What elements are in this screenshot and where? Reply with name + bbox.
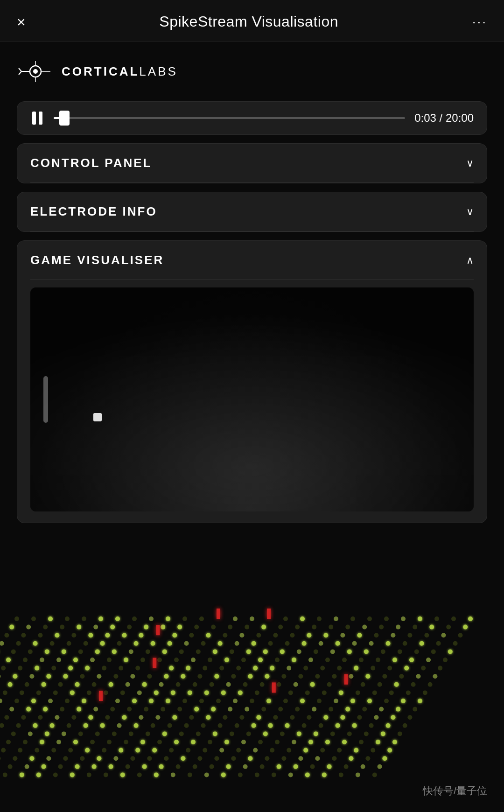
page-title: SpikeStream Visualisation xyxy=(159,13,338,30)
logo-area: CORTICALLABS xyxy=(17,59,487,84)
control-panel-title: CONTROL PANEL xyxy=(30,156,152,170)
time-display: 0:03 / 20:00 xyxy=(414,112,474,125)
game-visualiser-content xyxy=(30,287,474,511)
main-content: CORTICALLABS 0:03 / 20:00 CONTROL PANEL … xyxy=(0,42,504,523)
electrode-info-title: ELECTRODE INFO xyxy=(30,204,157,219)
electrode-info-panel: ELECTRODE INFO ∨ xyxy=(17,192,487,232)
cortical-labs-logo-icon xyxy=(17,59,54,84)
svg-line-3 xyxy=(19,68,21,71)
logo-text: CORTICALLABS xyxy=(62,64,178,79)
control-panel: CONTROL PANEL ∨ xyxy=(17,143,487,183)
pong-game-area xyxy=(30,287,474,511)
svg-line-4 xyxy=(19,71,21,75)
control-panel-chevron: ∨ xyxy=(466,157,474,169)
electrode-info-chevron: ∨ xyxy=(466,206,474,218)
game-visualiser-panel: GAME VISUALISER ∧ xyxy=(17,240,487,523)
game-visualiser-header[interactable]: GAME VISUALISER ∧ xyxy=(17,241,487,280)
app-header: × SpikeStream Visualisation ··· xyxy=(0,0,504,42)
svg-rect-8 xyxy=(30,287,474,511)
pong-bg-grid xyxy=(30,287,474,511)
pause-button[interactable] xyxy=(30,111,44,125)
control-panel-divider xyxy=(30,182,474,183)
game-visualiser-divider xyxy=(30,280,474,280)
control-panel-header[interactable]: CONTROL PANEL ∨ xyxy=(17,144,487,182)
electrode-info-header[interactable]: ELECTRODE INFO ∨ xyxy=(17,192,487,231)
electrode-info-divider xyxy=(30,231,474,231)
more-options-button[interactable]: ··· xyxy=(472,14,487,29)
progress-slider[interactable] xyxy=(54,111,405,125)
game-visualiser-title: GAME VISUALISER xyxy=(30,253,164,267)
playback-bar: 0:03 / 20:00 xyxy=(17,101,487,135)
game-visualiser-chevron: ∧ xyxy=(466,254,474,266)
svg-point-1 xyxy=(33,69,38,74)
close-button[interactable]: × xyxy=(17,14,26,29)
watermark: 快传号/量子位 xyxy=(423,784,487,798)
